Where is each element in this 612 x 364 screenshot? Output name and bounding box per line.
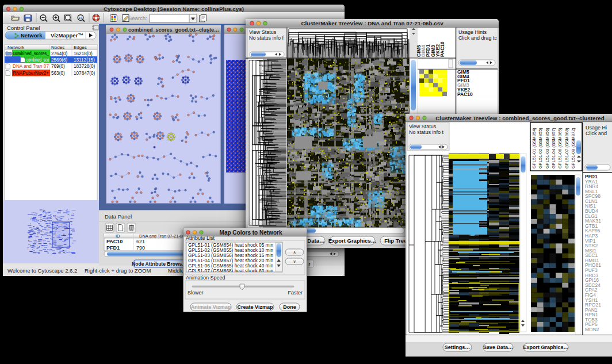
svg-text:View Status: View Status <box>409 124 437 129</box>
svg-text:PAC10: PAC10 <box>457 91 473 97</box>
svg-text:13112(15): 13112(15) <box>74 58 95 63</box>
svg-text:View Status: View Status <box>249 29 277 35</box>
svg-text:183728(0): 183728(0) <box>74 64 95 69</box>
svg-text:GPL51-02 (GSM855): GPL51-02 (GSM855) <box>538 128 543 168</box>
svg-text:Export Graphics…: Export Graphics… <box>523 344 568 350</box>
svg-text:MON2: MON2 <box>585 327 599 332</box>
svg-text:PAC10: PAC10 <box>439 41 445 57</box>
svg-text:GPL51-01 (GSM854): GPL51-01 (GSM854) <box>531 128 537 168</box>
svg-text:DNA and Tran 07: DNA and Tran 07 <box>13 64 49 69</box>
svg-text:Save Data…: Save Data… <box>483 344 513 350</box>
svg-text:790: 790 <box>136 245 145 251</box>
svg-text:No status info f: No status info f <box>249 35 284 41</box>
svg-text:Search:: Search: <box>128 15 147 21</box>
svg-text:GPL51-03 (GSM856): GPL51-03 (GSM856) <box>545 128 550 168</box>
svg-text:GPL51-07 (GSM868): GPL51-07 (GSM868) <box>564 128 569 168</box>
svg-text:2764(0): 2764(0) <box>51 51 67 56</box>
svg-text:ID: ID <box>116 233 120 239</box>
svg-text:621: 621 <box>136 239 145 244</box>
svg-text:769(0): 769(0) <box>51 64 65 69</box>
svg-text:Export Graphics…: Export Graphics… <box>328 237 376 244</box>
svg-text:combined_scores_good.txt--clus: combined_scores_good.txt--cluste… <box>128 27 219 33</box>
svg-text:Right-click + drag to ZOOM: Right-click + drag to ZOOM <box>85 267 151 274</box>
svg-text:Welcome to Cytoscape 2.6.2: Welcome to Cytoscape 2.6.2 <box>7 267 77 274</box>
svg-text:Network: Network <box>21 32 43 39</box>
svg-text:GPL51-06 (GSM865): GPL51-06 (GSM865) <box>557 128 563 168</box>
svg-text:Animate Vizmap: Animate Vizmap <box>191 304 231 310</box>
svg-text:Slower: Slower <box>188 290 204 296</box>
svg-text:16218(0): 16218(0) <box>74 51 93 56</box>
svg-text:PFD1: PFD1 <box>106 245 120 251</box>
svg-text:combined_scores_: combined_scores_ <box>13 51 49 56</box>
svg-text:Usage Hi: Usage Hi <box>586 125 607 131</box>
svg-text:Faster: Faster <box>288 290 303 296</box>
svg-text:Settings…: Settings… <box>445 344 471 350</box>
svg-text:Map Colors to Network: Map Colors to Network <box>220 229 282 236</box>
svg-text:ClusterMaker TreeView : DNA an: ClusterMaker TreeView : DNA and Tran 07-… <box>301 20 443 26</box>
svg-text:Edges: Edges <box>74 45 87 50</box>
svg-text:Animation Speed: Animation Speed <box>186 275 225 281</box>
svg-text:RNAPuberNov2+: RNAPuberNov2+ <box>13 71 49 76</box>
svg-text:∧: ∧ <box>293 250 296 254</box>
svg-text:Network: Network <box>7 45 25 50</box>
svg-text:1:1: 1:1 <box>78 16 82 20</box>
svg-text:GPL51-04 (GSM857): GPL51-04 (GSM857) <box>551 128 556 168</box>
svg-text:Attribute List: Attribute List <box>186 235 215 241</box>
svg-text:GPL51-08 (GSM872): GPL51-08 (GSM872) <box>571 128 576 168</box>
svg-text:563(0): 563(0) <box>51 71 65 76</box>
svg-text:Click and: Click and <box>586 131 607 136</box>
svg-text:∨: ∨ <box>293 259 296 263</box>
svg-text:Cytoscape Desktop (Session Nam: Cytoscape Desktop (Session Name: collins… <box>104 6 244 12</box>
svg-text:PAC10: PAC10 <box>106 239 123 244</box>
svg-text:Node Attribute Brows…: Node Attribute Brows… <box>132 261 187 267</box>
svg-text:VizMapper™: VizMapper™ <box>51 32 83 39</box>
svg-text:ClusterMaker TreeView : combin: ClusterMaker TreeView : combined_scores_… <box>435 115 604 121</box>
svg-text:2569(6): 2569(6) <box>51 58 67 63</box>
svg-text:Create Vizmap: Create Vizmap <box>238 304 273 310</box>
svg-text:Usage Hints: Usage Hints <box>458 29 487 35</box>
svg-text:Control Panel: Control Panel <box>7 25 40 31</box>
svg-text:Click and drag tc: Click and drag tc <box>458 35 498 41</box>
svg-text:Nodes: Nodes <box>51 45 64 50</box>
svg-text:Data Panel: Data Panel <box>105 213 132 220</box>
svg-text:Done: Done <box>283 304 296 310</box>
svg-text:107847(0): 107847(0) <box>74 71 95 76</box>
svg-text:combined_sco: combined_sco <box>26 58 49 63</box>
svg-text:No status info t: No status info t <box>409 129 444 135</box>
svg-text:DNA and Tran 07-21-06…: DNA and Tran 07-21-06… <box>139 233 189 239</box>
